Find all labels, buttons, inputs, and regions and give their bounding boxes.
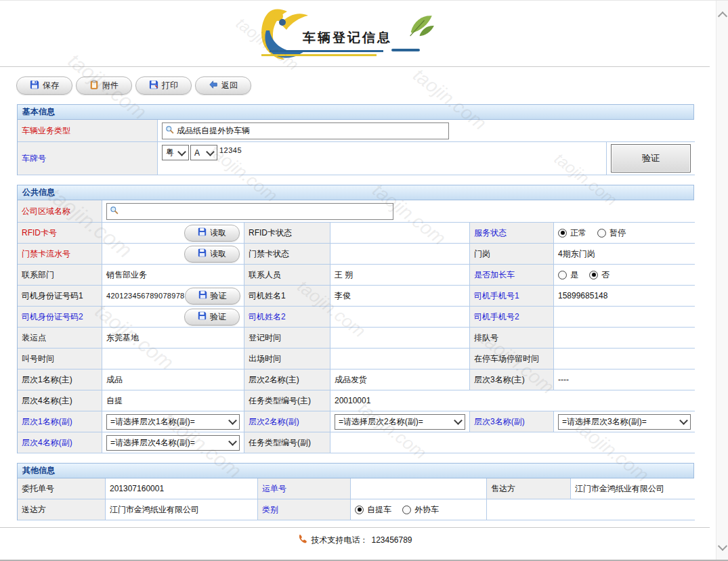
category-self-pickup-radio[interactable]	[355, 506, 364, 514]
loading-point-value: 东莞基地	[102, 328, 244, 349]
rfid-cell: 读取	[102, 223, 244, 244]
driver-name1-label: 司机姓名1	[244, 286, 330, 307]
vertical-scrollbar[interactable]	[716, 1, 728, 561]
level2-sub-select[interactable]: =请选择层次2名称(副)=	[335, 414, 465, 430]
select-value: A	[194, 148, 200, 158]
gate-label: 门岗	[470, 244, 554, 265]
attachment-button[interactable]: 附件	[76, 76, 132, 95]
ship-to-value: 江门市金鸿纸业有限公司	[106, 499, 258, 520]
section-other-header: 其他信息	[17, 463, 694, 478]
plate-verify-label: 验证	[642, 152, 660, 164]
queue-no-label: 排队号	[470, 328, 554, 349]
print-icon	[149, 80, 158, 91]
driver-id1-verify-button[interactable]: 验证	[185, 288, 240, 305]
row-level-main-1: 层次1名称(主) 成品 层次2名称(主) 成品发货 层次3名称(主) ----	[18, 369, 693, 390]
verify-floppy-icon	[198, 290, 207, 301]
plate-province-select[interactable]: 粤	[162, 145, 189, 160]
category-label: 类别	[258, 499, 351, 520]
driver-id1-value[interactable]: 420123456789078978	[106, 292, 185, 300]
long-vehicle-yes-radio[interactable]	[558, 271, 567, 279]
loading-point-label: 装运点	[18, 328, 102, 349]
plate-number-value[interactable]: 12345	[219, 146, 242, 154]
business-type-cell: 成品纸自提外协车辆	[158, 120, 695, 142]
service-pause-radio[interactable]	[597, 229, 606, 238]
category-external-radio[interactable]	[402, 506, 411, 514]
toolbar: 保存 附件 打印 返回	[16, 76, 710, 95]
content: 车辆登记信息 保存 附件	[0, 1, 710, 546]
verify-floppy-icon	[198, 311, 207, 322]
long-vehicle-no-radio[interactable]	[589, 271, 598, 279]
scroll-up-arrow-icon[interactable]	[718, 12, 727, 21]
search-icon	[110, 206, 119, 217]
page: 车辆登记信息 保存 附件	[0, 0, 728, 561]
business-type-input[interactable]: 成品纸自提外协车辆	[162, 122, 449, 139]
business-type-value: 成品纸自提外协车辆	[177, 125, 250, 137]
chevron-down-icon	[228, 416, 237, 425]
section-basic-header: 基本信息	[17, 104, 694, 119]
read-floppy-icon	[198, 248, 207, 259]
level1-main-label: 层次1名称(主)	[18, 369, 102, 390]
save-button[interactable]: 保存	[16, 76, 72, 95]
level3-main-value: ----	[554, 369, 695, 390]
service-normal-label: 正常	[570, 227, 586, 239]
access-card-status-label: 门禁卡状态	[244, 244, 330, 265]
task-type-main-label: 任务类型编号(主)	[244, 390, 330, 411]
access-card-status-value	[330, 244, 470, 265]
row-company-area: 公司区域名称	[18, 200, 693, 223]
service-normal-radio[interactable]	[558, 229, 567, 238]
level3-sub-select[interactable]: =请选择层次3名称(副)=	[558, 414, 691, 430]
section-common-header: 公共信息	[17, 185, 694, 200]
category-external-label: 外协车	[414, 504, 439, 516]
waybill-no-value	[351, 478, 487, 499]
chevron-down-icon	[206, 148, 215, 156]
long-vehicle-yes-label: 是	[570, 269, 578, 281]
level1-sub-select[interactable]: =请选择层次1名称(副)=	[106, 414, 240, 430]
scroll-down-arrow-icon[interactable]	[718, 541, 727, 551]
driver-id2-verify-button[interactable]: 验证	[184, 309, 240, 326]
exit-time-label: 出场时间	[244, 349, 330, 369]
driver-phone2-value	[554, 307, 695, 328]
long-vehicle-no-label: 否	[601, 269, 609, 281]
call-time-value	[102, 349, 244, 369]
leaf-decoration-icon	[404, 12, 437, 43]
driver-id1-cell: 420123456789078978 验证	[102, 286, 244, 307]
contact-person-value: 王 朔	[330, 265, 470, 286]
rfid-status-value	[330, 223, 470, 244]
row-plate-number: 车牌号 粤 A 12345 验证	[18, 142, 693, 175]
select-value: =请选择层次1名称(副)=	[110, 416, 195, 428]
row-entrust: 委托单号 201307160001 运单号 售达方 江门市金鸿纸业有限公司	[18, 478, 693, 499]
plate-verify-cell: 验证	[607, 142, 695, 175]
print-button[interactable]: 打印	[135, 76, 192, 95]
save-floppy-icon	[30, 80, 39, 91]
level4-sub-select[interactable]: =请选择层次4名称(副)=	[106, 435, 240, 451]
row-loading-point: 装运点 东莞基地 登记时间 排队号	[18, 328, 693, 349]
rfid-read-label: 读取	[210, 227, 226, 239]
rfid-status-label: RFID卡状态	[244, 223, 330, 244]
support-phone-number: 123456789	[371, 535, 412, 545]
exit-time-value	[330, 349, 470, 369]
level2-sub-label: 层次2名称(副)	[244, 411, 330, 432]
title-underline-navy	[270, 50, 383, 52]
back-button[interactable]: 返回	[195, 76, 251, 95]
select-value: =请选择层次2名称(副)=	[339, 416, 423, 428]
access-card-read-button[interactable]: 读取	[184, 246, 240, 263]
business-type-label: 车辆业务类型	[18, 120, 158, 142]
plate-verify-button[interactable]: 验证	[611, 144, 691, 173]
print-button-label: 打印	[162, 80, 178, 91]
attachment-clipboard-icon	[89, 80, 99, 91]
park-stay-time-label: 在停车场停留时间	[470, 349, 554, 369]
company-area-input[interactable]	[106, 203, 393, 220]
driver-phone2-label: 司机手机号2	[470, 307, 554, 328]
level2-main-label: 层次2名称(主)	[244, 369, 330, 390]
plate-letter-select[interactable]: A	[190, 145, 217, 160]
select-value: =请选择层次4名称(副)=	[110, 437, 195, 449]
service-status-options: 正常 暂停	[554, 223, 695, 244]
sold-to-value: 江门市金鸿纸业有限公司	[571, 478, 695, 499]
row-ship-to: 送达方 江门市金鸿纸业有限公司 类别 自提车 外协车	[18, 499, 693, 520]
driver-id2-verify-label: 验证	[210, 311, 226, 323]
rfid-read-button[interactable]: 读取	[184, 225, 240, 242]
contact-person-label: 联系人员	[244, 265, 330, 286]
driver-id1-label: 司机身份证号码1	[18, 286, 102, 307]
driver-name1-value: 李俊	[330, 286, 470, 307]
attachment-button-label: 附件	[102, 80, 119, 91]
